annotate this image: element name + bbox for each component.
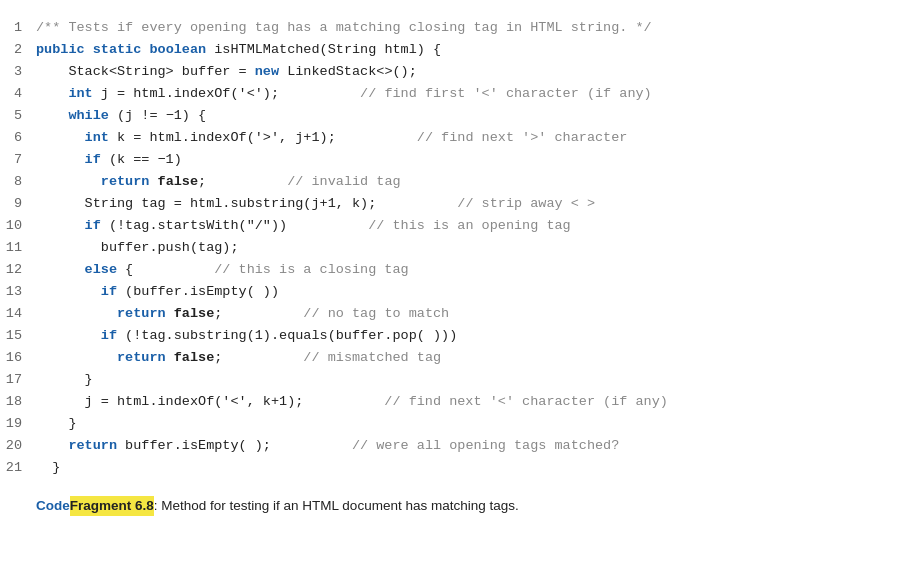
caption-line: Code Fragment 6.8 : Method for testing i… [0, 488, 902, 520]
line-content: if (k == −1) [36, 150, 902, 171]
line-number: 20 [0, 436, 36, 457]
line-content: if (buffer.isEmpty( )) [36, 282, 902, 303]
line-number: 5 [0, 106, 36, 127]
inline-comment: // this is an opening tag [287, 218, 571, 233]
line-number: 6 [0, 128, 36, 149]
inline-comment: // strip away < > [376, 196, 595, 211]
line-content: else { // this is a closing tag [36, 260, 902, 281]
code-line: 2public static boolean isHTMLMatched(Str… [0, 40, 902, 62]
code-line: 7 if (k == −1) [0, 150, 902, 172]
line-content: while (j != −1) { [36, 106, 902, 127]
code-line: 13 if (buffer.isEmpty( )) [0, 282, 902, 304]
inline-comment: // this is a closing tag [133, 262, 408, 277]
line-number: 12 [0, 260, 36, 281]
line-number: 21 [0, 458, 36, 479]
line-content: } [36, 370, 902, 391]
inline-comment: // mismatched tag [222, 350, 441, 365]
line-content: String tag = html.substring(j+1, k); // … [36, 194, 902, 215]
code-line: 16 return false; // mismatched tag [0, 348, 902, 370]
line-number: 3 [0, 62, 36, 83]
code-line: 10 if (!tag.startsWith("/")) // this is … [0, 216, 902, 238]
line-number: 17 [0, 370, 36, 391]
code-line: 1/** Tests if every opening tag has a ma… [0, 18, 902, 40]
line-content: buffer.push(tag); [36, 238, 902, 259]
line-content: int k = html.indexOf('>', j+1); // find … [36, 128, 902, 149]
line-number: 19 [0, 414, 36, 435]
code-line: 19 } [0, 414, 902, 436]
caption-code-label: Code [36, 496, 70, 516]
line-number: 15 [0, 326, 36, 347]
code-container: 1/** Tests if every opening tag has a ma… [0, 10, 902, 488]
line-content: if (!tag.substring(1).equals(buffer.pop(… [36, 326, 902, 347]
line-number: 9 [0, 194, 36, 215]
code-line: 17 } [0, 370, 902, 392]
line-number: 1 [0, 18, 36, 39]
code-line: 5 while (j != −1) { [0, 106, 902, 128]
line-content: /** Tests if every opening tag has a mat… [36, 18, 902, 39]
line-number: 13 [0, 282, 36, 303]
code-line: 8 return false; // invalid tag [0, 172, 902, 194]
line-number: 14 [0, 304, 36, 325]
inline-comment: // find next '>' character [336, 130, 628, 145]
code-line: 11 buffer.push(tag); [0, 238, 902, 260]
inline-comment: // find next '<' character (if any) [303, 394, 668, 409]
line-content: } [36, 458, 902, 479]
line-number: 2 [0, 40, 36, 61]
line-number: 18 [0, 392, 36, 413]
line-content: public static boolean isHTMLMatched(Stri… [36, 40, 902, 61]
caption-suffix: : Method for testing if an HTML document… [154, 496, 519, 516]
caption-fragment-highlight: Fragment 6.8 [70, 496, 154, 516]
line-content: int j = html.indexOf('<'); // find first… [36, 84, 902, 105]
line-number: 16 [0, 348, 36, 369]
code-line: 12 else { // this is a closing tag [0, 260, 902, 282]
code-line: 21 } [0, 458, 902, 480]
code-line: 18 j = html.indexOf('<', k+1); // find n… [0, 392, 902, 414]
line-content: return false; // no tag to match [36, 304, 902, 325]
line-number: 11 [0, 238, 36, 259]
code-line: 15 if (!tag.substring(1).equals(buffer.p… [0, 326, 902, 348]
code-line: 3 Stack<String> buffer = new LinkedStack… [0, 62, 902, 84]
inline-comment: // no tag to match [222, 306, 449, 321]
line-content: } [36, 414, 902, 435]
line-content: j = html.indexOf('<', k+1); // find next… [36, 392, 902, 413]
line-content: Stack<String> buffer = new LinkedStack<>… [36, 62, 902, 83]
line-content: if (!tag.startsWith("/")) // this is an … [36, 216, 902, 237]
line-content: return buffer.isEmpty( ); // were all op… [36, 436, 902, 457]
line-number: 10 [0, 216, 36, 237]
line-number: 4 [0, 84, 36, 105]
line-number: 8 [0, 172, 36, 193]
line-content: return false; // invalid tag [36, 172, 902, 193]
code-line: 20 return buffer.isEmpty( ); // were all… [0, 436, 902, 458]
line-content: return false; // mismatched tag [36, 348, 902, 369]
inline-comment: // invalid tag [206, 174, 400, 189]
line-number: 7 [0, 150, 36, 171]
inline-comment: // were all opening tags matched? [271, 438, 619, 453]
code-line: 14 return false; // no tag to match [0, 304, 902, 326]
inline-comment: // find first '<' character (if any) [279, 86, 652, 101]
code-line: 6 int k = html.indexOf('>', j+1); // fin… [0, 128, 902, 150]
code-line: 4 int j = html.indexOf('<'); // find fir… [0, 84, 902, 106]
code-line: 9 String tag = html.substring(j+1, k); /… [0, 194, 902, 216]
